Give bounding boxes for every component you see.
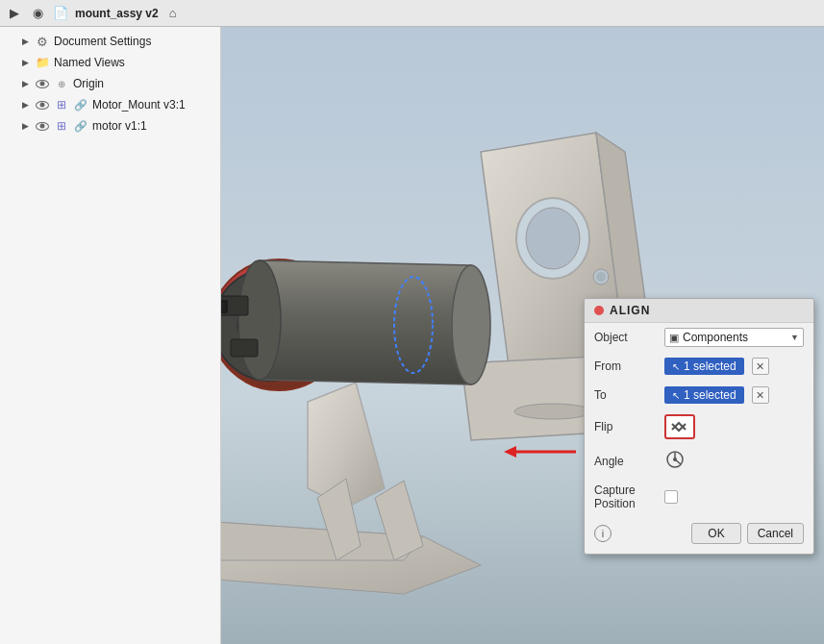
svg-point-10	[526, 208, 580, 269]
align-status-dot	[594, 306, 604, 315]
info-button[interactable]: i	[594, 525, 612, 542]
expand-arrow-doc[interactable]: ▶	[19, 36, 31, 47]
object-label: Object	[594, 331, 657, 344]
component-icon-motor: ⊞	[54, 118, 69, 134]
eye-toggle-icon[interactable]: ◉	[29, 5, 46, 22]
origin-icon: ⊕	[54, 76, 69, 91]
svg-point-12	[596, 272, 606, 282]
from-row: From ↖ 1 selected ✕	[585, 352, 813, 381]
info-icon: i	[602, 528, 604, 539]
motor-mount-label: Motor_Mount v3:1	[92, 98, 186, 111]
folder-icon: 📁	[35, 55, 50, 70]
svg-marker-19	[260, 260, 471, 384]
link-icon-mount: 🔗	[73, 97, 88, 112]
expand-arrow-origin[interactable]: ▶	[19, 78, 31, 89]
object-select[interactable]: ▣ Components ▼	[664, 328, 804, 347]
align-footer: i OK Cancel	[585, 515, 813, 544]
annotation-arrow	[489, 433, 586, 474]
tree-item-doc-settings[interactable]: ▶ ⚙ Document Settings	[0, 31, 220, 52]
from-selected-text: 1 selected	[684, 359, 737, 373]
doc-settings-label: Document Settings	[54, 35, 151, 48]
object-select-value: Components	[683, 331, 748, 344]
flip-row: Flip	[585, 409, 813, 444]
tree-item-motor-mount[interactable]: ▶ ⊞ 🔗 Motor_Mount v3:1	[0, 94, 220, 115]
expand-arrow-mount[interactable]: ▶	[19, 99, 31, 111]
angle-row: Angle	[585, 444, 813, 479]
gear-icon: ⚙	[35, 34, 50, 49]
tree-panel: ▶ ⚙ Document Settings ▶ 📁 Named Views ▶ …	[0, 27, 221, 644]
link-icon-motor: 🔗	[73, 118, 88, 134]
tree-item-origin[interactable]: ▶ ⊕ Origin	[0, 73, 220, 94]
svg-point-31	[673, 458, 677, 461]
svg-rect-24	[231, 339, 258, 357]
to-label: To	[594, 388, 657, 402]
capture-position-label: Capture Position	[594, 483, 657, 510]
to-selected-pill: ↖ 1 selected	[664, 386, 744, 404]
flip-icon	[669, 418, 690, 435]
top-toolbar: ▶ ◉ 📄 mount_assy v2 ⌂	[0, 0, 824, 27]
action-buttons: OK Cancel	[691, 523, 804, 544]
from-label: From	[594, 359, 657, 373]
to-row: To ↖ 1 selected ✕	[585, 381, 813, 409]
to-clear-button[interactable]: ✕	[752, 386, 769, 404]
svg-point-13	[514, 404, 591, 419]
dropdown-arrow-icon: ▼	[790, 333, 799, 342]
angle-icon[interactable]	[664, 449, 686, 474]
svg-point-20	[452, 265, 490, 384]
capture-position-row: Capture Position	[585, 479, 813, 515]
named-views-label: Named Views	[54, 56, 125, 69]
align-header: ALIGN	[585, 299, 813, 323]
from-selected-pill: ↖ 1 selected	[664, 358, 744, 375]
document-title: mount_assy v2	[75, 7, 159, 20]
eye-icon[interactable]	[35, 76, 50, 91]
svg-marker-33	[504, 446, 516, 458]
origin-label: Origin	[73, 77, 104, 90]
to-selected-text: 1 selected	[684, 388, 737, 402]
capture-position-checkbox[interactable]	[664, 490, 678, 504]
component-icon-mount: ⊞	[54, 97, 69, 112]
tree-item-named-views[interactable]: ▶ 📁 Named Views	[0, 52, 220, 73]
tree-item-motor[interactable]: ▶ ⊞ 🔗 motor v1:1	[0, 115, 220, 136]
cancel-button[interactable]: Cancel	[747, 523, 804, 544]
expand-icon[interactable]: ▶	[6, 5, 23, 22]
svg-point-21	[238, 260, 281, 380]
expand-arrow-motor[interactable]: ▶	[19, 120, 31, 132]
align-title: ALIGN	[610, 304, 650, 317]
eye-icon-mount[interactable]	[35, 97, 50, 112]
flip-label: Flip	[594, 420, 657, 433]
align-panel: ALIGN Object ▣ Components ▼ From ↖ 1 sel…	[584, 298, 814, 555]
eye-icon-motor[interactable]	[35, 118, 50, 134]
document-icon[interactable]: 📄	[52, 5, 69, 22]
flip-button[interactable]	[664, 414, 695, 439]
angle-label: Angle	[594, 455, 657, 468]
expand-arrow-views[interactable]: ▶	[19, 57, 31, 68]
from-clear-button[interactable]: ✕	[752, 358, 769, 375]
motor-label: motor v1:1	[92, 119, 147, 133]
home-icon[interactable]: ⌂	[164, 5, 182, 22]
ok-button[interactable]: OK	[691, 523, 740, 544]
object-row: Object ▣ Components ▼	[585, 323, 813, 352]
